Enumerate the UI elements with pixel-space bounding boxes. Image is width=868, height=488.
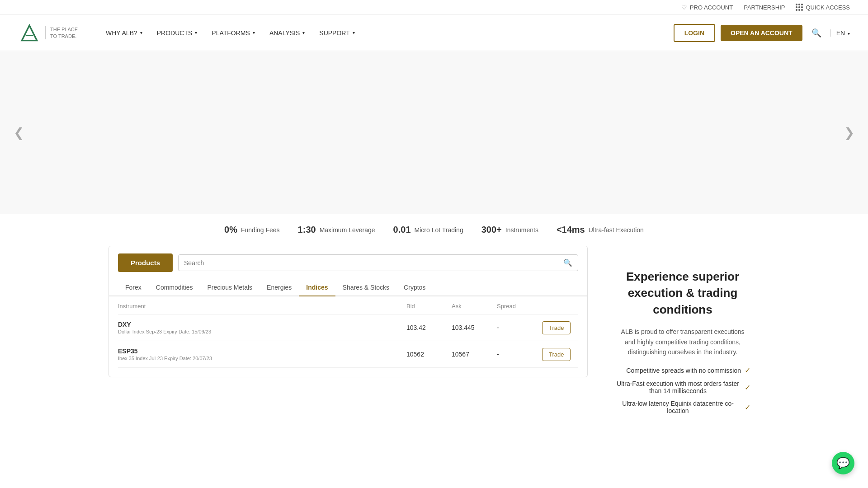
top-bar: ♡ PRO ACCOUNT PARTNERSHIP QUICK ACCESS	[0, 0, 868, 15]
feature-text: Ultra-Fast execution with most orders fa…	[615, 380, 741, 394]
chevron-down-icon: ▾	[195, 30, 197, 35]
product-tabs: Forex Commodities Precious Metals Energi…	[109, 279, 587, 296]
check-icon: ✓	[745, 383, 750, 392]
ask-value: 10567	[452, 351, 497, 358]
spread-value: -	[497, 324, 542, 331]
check-icon: ✓	[745, 366, 750, 375]
hero-slider: ❮ ❯	[0, 51, 868, 214]
feature-text: Ultra-low latency Equinix datacentre co-…	[615, 400, 741, 414]
stats-bar: 0% Funding Fees 1:30 Maximum Leverage 0.…	[0, 214, 868, 246]
panel-title: Experience superior execution & trading …	[615, 268, 750, 318]
trade-action: Trade	[542, 321, 578, 334]
main-nav: THE PLACE TO TRADE. WHY ALB? ▾ PRODUCTS …	[0, 15, 868, 51]
tab-cryptos[interactable]: Cryptos	[396, 279, 433, 296]
bid-value: 103.42	[406, 324, 452, 331]
bid-value: 10562	[406, 351, 452, 358]
search-box: 🔍	[178, 254, 578, 271]
open-account-button[interactable]: OPEN AN ACCOUNT	[721, 25, 802, 41]
stat-leverage: 1:30 Maximum Leverage	[298, 225, 375, 235]
user-icon: ♡	[681, 4, 687, 11]
col-bid: Bid	[406, 303, 452, 310]
prev-slide-arrow[interactable]: ❮	[9, 121, 28, 145]
grid-icon	[796, 4, 803, 11]
tab-precious-metals[interactable]: Precious Metals	[200, 279, 260, 296]
nav-products[interactable]: PRODUCTS ▾	[151, 26, 204, 40]
chevron-down-icon: ▾	[253, 30, 255, 35]
instrument-subtitle: Dollar Index Sep-23 Expiry Date: 15/09/2…	[118, 329, 406, 334]
nav-platforms[interactable]: PLATFORMS ▾	[205, 26, 261, 40]
chevron-down-icon: ▾	[848, 31, 850, 36]
products-button[interactable]: Products	[118, 253, 173, 272]
instrument-subtitle: Ibex 35 Index Jul-23 Expiry Date: 20/07/…	[118, 356, 406, 361]
trade-button[interactable]: Trade	[542, 348, 571, 361]
products-right-panel: Experience superior execution & trading …	[606, 246, 760, 433]
tab-commodities[interactable]: Commodities	[149, 279, 200, 296]
trade-button[interactable]: Trade	[542, 321, 571, 334]
instrument-info: DXY Dollar Index Sep-23 Expiry Date: 15/…	[118, 321, 406, 334]
feature-text: Competitive spreads with no commission	[626, 367, 741, 374]
pro-account-link[interactable]: ♡ PRO ACCOUNT	[681, 4, 733, 11]
tab-forex[interactable]: Forex	[118, 279, 149, 296]
stat-execution: <14ms Ultra-fast Execution	[557, 225, 644, 235]
stat-instruments: 300+ Instruments	[481, 225, 538, 235]
nav-actions: LOGIN OPEN AN ACCOUNT 🔍 EN ▾	[674, 24, 850, 42]
logo-area[interactable]: THE PLACE TO TRADE.	[18, 22, 81, 44]
quick-access-link[interactable]: QUICK ACCESS	[796, 4, 850, 11]
feature-item-3: Ultra-low latency Equinix datacentre co-…	[615, 400, 750, 414]
tab-indices[interactable]: Indices	[299, 279, 335, 296]
instruments-table: Instrument Bid Ask Spread DXY Dollar Ind…	[109, 296, 587, 368]
spread-value: -	[497, 351, 542, 358]
table-row: DXY Dollar Index Sep-23 Expiry Date: 15/…	[118, 314, 578, 341]
products-section: Products 🔍 Forex Commodities Precious Me…	[0, 246, 868, 451]
instrument-name: ESP35	[118, 347, 406, 355]
tab-shares-stocks[interactable]: Shares & Stocks	[335, 279, 397, 296]
widget-top-bar: Products 🔍	[109, 246, 587, 279]
products-widget: Products 🔍 Forex Commodities Precious Me…	[108, 246, 588, 377]
col-instrument: Instrument	[118, 303, 406, 310]
table-header: Instrument Bid Ask Spread	[118, 296, 578, 314]
search-icon[interactable]: 🔍	[811, 28, 821, 38]
chevron-down-icon: ▾	[302, 30, 305, 35]
stat-micro-lot: 0.01 Micro Lot Trading	[393, 225, 463, 235]
tab-energies[interactable]: Energies	[259, 279, 299, 296]
instrument-name: DXY	[118, 321, 406, 328]
nav-support[interactable]: SUPPORT ▾	[313, 26, 361, 40]
search-icon: 🔍	[563, 258, 572, 267]
svg-rect-2	[26, 35, 33, 36]
col-action	[542, 303, 578, 310]
check-icon: ✓	[745, 403, 750, 412]
panel-description: ALB is proud to offer transparent execut…	[615, 327, 750, 357]
trade-action: Trade	[542, 348, 578, 361]
col-ask: Ask	[452, 303, 497, 310]
search-input[interactable]	[184, 259, 560, 267]
language-selector[interactable]: EN ▾	[830, 29, 850, 37]
chevron-down-icon: ▾	[353, 30, 355, 35]
feature-item-2: Ultra-Fast execution with most orders fa…	[615, 380, 750, 394]
next-slide-arrow[interactable]: ❯	[840, 121, 859, 145]
login-button[interactable]: LOGIN	[674, 24, 715, 42]
nav-links: WHY ALB? ▾ PRODUCTS ▾ PLATFORMS ▾ ANALYS…	[99, 26, 674, 40]
ask-value: 103.445	[452, 324, 497, 331]
nav-analysis[interactable]: ANALYSIS ▾	[263, 26, 311, 40]
instrument-info: ESP35 Ibex 35 Index Jul-23 Expiry Date: …	[118, 347, 406, 361]
col-spread: Spread	[497, 303, 542, 310]
nav-why-alb[interactable]: WHY ALB? ▾	[99, 26, 149, 40]
feature-item-1: Competitive spreads with no commission ✓	[615, 366, 750, 375]
chevron-down-icon: ▾	[140, 30, 142, 35]
stat-funding-fees: 0% Funding Fees	[224, 225, 280, 235]
logo: THE PLACE TO TRADE.	[18, 22, 81, 44]
products-left-panel: Products 🔍 Forex Commodities Precious Me…	[108, 246, 588, 433]
partnership-link[interactable]: PARTNERSHIP	[744, 4, 785, 11]
trading-conditions-panel: Experience superior execution & trading …	[606, 255, 760, 433]
table-row: ESP35 Ibex 35 Index Jul-23 Expiry Date: …	[118, 341, 578, 368]
alb-logo-icon	[18, 22, 41, 44]
logo-tagline: THE PLACE TO TRADE.	[45, 26, 81, 39]
